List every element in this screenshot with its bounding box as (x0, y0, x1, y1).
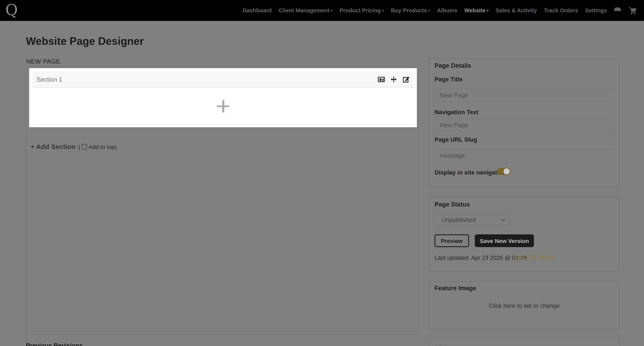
nav-item-track-orders[interactable]: Track Orders (544, 7, 578, 13)
add-block-area[interactable] (32, 88, 414, 125)
last-updated-text: Last updated: Apr 23 2026 @ 01:38 (434, 255, 527, 261)
page-title: Website Page Designer (26, 35, 144, 48)
add-section-button[interactable]: + Add Section (30, 143, 76, 150)
preview-button[interactable]: Preview (434, 234, 469, 247)
save-new-version-button[interactable]: Save New Version (475, 234, 534, 247)
section-edit-icon[interactable] (402, 76, 410, 83)
caret-down-icon: ▾ (331, 9, 332, 13)
nav-item-settings[interactable]: Settings (585, 7, 607, 13)
page-details-card: Page Details Page Title Navigation Text … (429, 58, 620, 187)
page-designer-panel: Section 1 (26, 66, 418, 335)
seo-title: SEO (434, 344, 448, 346)
add-to-top-label: Add to top) (88, 143, 117, 150)
feature-image-card: Feature Image Click here to set or chang… (429, 281, 620, 329)
nav-item-albums[interactable]: Albums (437, 7, 457, 13)
page-title-input[interactable] (434, 89, 615, 101)
caret-down-icon: ▾ (487, 9, 489, 13)
page-title-label: Page Title (434, 76, 462, 83)
page-status-title: Page Status (434, 201, 470, 208)
section-card: Section 1 (32, 71, 414, 124)
navigation-text-input[interactable] (434, 119, 615, 131)
navigation-text-label: Navigation Text (434, 109, 478, 115)
nav-item-dashboard[interactable]: Dashboard (243, 7, 272, 13)
page-status-value: Unpublished (442, 216, 476, 223)
previous-revisions-heading: Previous Revisions (26, 342, 83, 346)
top-navbar: Q Dashboard Client Management▾ Product P… (0, 0, 644, 21)
page-details-title: Page Details (434, 62, 471, 69)
section-move-icon[interactable] (390, 76, 397, 83)
page-url-slug-input[interactable] (434, 149, 615, 162)
nav-item-website[interactable]: Website▾ (464, 7, 488, 13)
add-to-top-checkbox[interactable] (82, 144, 87, 149)
nav-menu: Dashboard Client Management▾ Product Pri… (243, 7, 644, 14)
page-name-label: NEW PAGE (26, 58, 60, 65)
plus-icon (217, 100, 229, 112)
delete-page-link[interactable]: DELETE PAGE (515, 255, 555, 261)
brand-logo[interactable]: Q (5, 0, 18, 20)
section-header[interactable]: Section 1 (32, 71, 414, 88)
display-in-site-navigation-label: Display in site navigation (434, 169, 506, 176)
feature-image-set-link[interactable]: Click here to set or change (429, 303, 620, 309)
account-icon[interactable] (614, 7, 621, 14)
page-status-card: Page Status Unpublished Preview Save New… (429, 196, 620, 272)
caret-down-icon: ▾ (428, 9, 430, 13)
nav-item-client-management[interactable]: Client Management▾ (279, 7, 332, 13)
chevron-down-icon (502, 218, 505, 222)
feature-image-title: Feature Image (434, 284, 476, 291)
shopping-cart-icon[interactable] (628, 7, 637, 14)
display-in-site-navigation-toggle[interactable] (497, 168, 510, 175)
page-canvas: Section 1 (29, 68, 417, 127)
page-url-slug-label: Page URL Slug (434, 136, 477, 143)
caret-down-icon: ▾ (382, 9, 384, 13)
section-layout-icon[interactable] (378, 77, 385, 82)
nav-item-buy-products[interactable]: Buy Products▾ (391, 7, 430, 13)
page-status-select[interactable]: Unpublished (434, 214, 510, 226)
paren-open: ( (78, 143, 80, 150)
nav-item-product-pricing[interactable]: Product Pricing▾ (340, 7, 384, 13)
add-section-row: + Add Section ( Add to top) (30, 143, 117, 150)
nav-item-sales-activity[interactable]: Sales & Activity (496, 7, 537, 13)
seo-card: SEO (429, 339, 620, 346)
section-title: Section 1 (36, 76, 62, 83)
